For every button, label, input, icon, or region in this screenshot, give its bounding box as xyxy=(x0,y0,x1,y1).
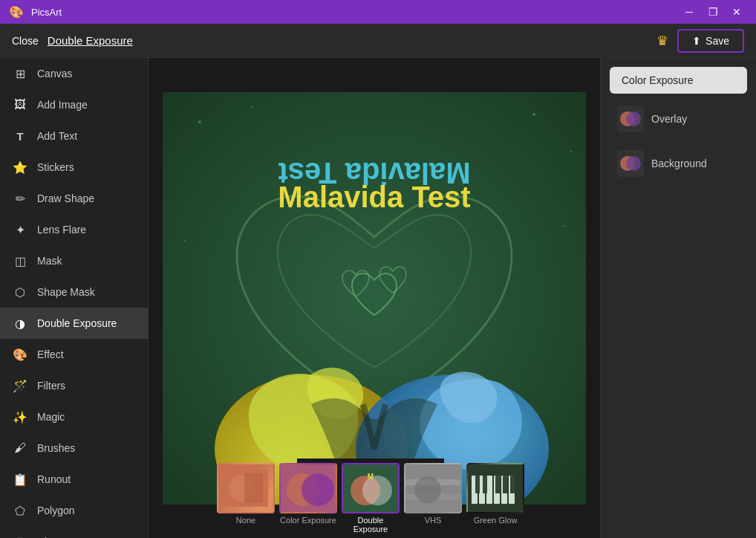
svg-rect-15 xyxy=(244,473,263,503)
strip-label-none: None xyxy=(236,516,255,525)
color-thumb-svg xyxy=(281,464,337,513)
strip-thumb-none xyxy=(217,463,275,513)
sidebar-item-runout[interactable]: 📋 Runout xyxy=(0,464,148,495)
sidebar: ⊞ Canvas 🖼 Add Image T Add Text ⭐ Sticke… xyxy=(0,58,149,538)
brushes-icon: 🖌 xyxy=(12,440,28,456)
canvas-icon: ⊞ xyxy=(12,65,28,82)
crown-icon: ♛ xyxy=(656,33,668,49)
sidebar-item-add-text[interactable]: T Add Text xyxy=(0,120,148,152)
strip-item-green-glow[interactable]: Green Glow xyxy=(466,463,524,534)
sidebar-label-canvas: Canvas xyxy=(37,68,72,80)
sidebar-item-clone[interactable]: ⧉ Clone xyxy=(0,526,148,538)
window-close-button[interactable]: ✕ xyxy=(726,1,747,22)
sidebar-item-brushes[interactable]: 🖌 Brushes xyxy=(0,432,148,464)
header-left: Close Double Exposure xyxy=(12,34,133,47)
save-label: Save xyxy=(706,35,729,47)
panel-option-overlay[interactable]: Overlay xyxy=(610,100,747,138)
overlay-thumb-svg xyxy=(617,106,644,132)
runout-icon: 📋 xyxy=(12,471,28,487)
sidebar-item-magic[interactable]: ✨ Magic xyxy=(0,401,148,432)
sidebar-label-magic: Magic xyxy=(37,411,65,423)
lens-flare-icon: ✦ xyxy=(12,221,28,238)
canvas-area: Malavida Test Malavida Test xyxy=(149,58,600,538)
double-exposure-icon: ◑ xyxy=(12,315,28,331)
svg-point-1 xyxy=(198,120,201,123)
sidebar-label-shape-mask: Shape Mask xyxy=(37,286,95,298)
thumbnail-strip: None Color Exposure xyxy=(297,458,444,538)
svg-rect-40 xyxy=(468,464,524,513)
sidebar-item-double-exposure[interactable]: ◑ Double Exposure xyxy=(0,308,148,339)
svg-point-5 xyxy=(184,239,186,242)
sidebar-item-stickers[interactable]: ⭐ Stickers xyxy=(0,152,148,183)
save-button[interactable]: ⬆ Save xyxy=(677,29,744,53)
titlebar-controls: ─ ❐ ✕ xyxy=(679,1,747,22)
green-thumb-svg xyxy=(468,464,524,513)
background-thumb xyxy=(617,150,644,177)
canvas-container: Malavida Test Malavida Test xyxy=(163,92,586,505)
sidebar-item-draw-shape[interactable]: ✏ Draw Shape xyxy=(0,183,148,214)
svg-point-46 xyxy=(626,156,641,171)
sidebar-item-polygon[interactable]: ⬠ Polygon xyxy=(0,495,148,526)
titlebar: 🎨 PicsArt ─ ❐ ✕ xyxy=(0,0,756,24)
mask-icon: ◫ xyxy=(12,253,28,269)
sidebar-item-mask[interactable]: ◫ Mask xyxy=(0,245,148,276)
strip-item-vhs[interactable]: VHS xyxy=(404,463,462,534)
sidebar-item-shape-mask[interactable]: ⬡ Shape Mask xyxy=(0,276,148,308)
right-panel: Color Exposure Overlay Background xyxy=(600,58,756,538)
sidebar-item-add-image[interactable]: 🖼 Add Image xyxy=(0,89,148,120)
add-text-icon: T xyxy=(12,128,28,144)
minimize-button[interactable]: ─ xyxy=(679,1,700,22)
strip-thumb-color xyxy=(279,463,337,513)
sidebar-label-mask: Mask xyxy=(37,255,62,267)
page-title: Double Exposure xyxy=(48,34,133,47)
sidebar-label-draw-shape: Draw Shape xyxy=(37,192,94,204)
background-thumb-svg xyxy=(617,150,644,177)
strip-thumb-vhs xyxy=(404,463,462,513)
main-layout: ⊞ Canvas 🖼 Add Image T Add Text ⭐ Sticke… xyxy=(0,58,756,538)
app-icon: 🎨 xyxy=(9,5,24,19)
svg-point-4 xyxy=(570,150,573,152)
overlay-thumb xyxy=(617,106,644,132)
panel-option-background[interactable]: Background xyxy=(610,144,747,183)
strip-thumb-double: M xyxy=(342,463,400,513)
shape-mask-icon: ⬡ xyxy=(12,284,28,300)
sidebar-item-filters[interactable]: 🪄 Filters xyxy=(0,370,148,401)
close-button[interactable]: Close xyxy=(12,35,39,47)
magic-icon: ✨ xyxy=(12,409,28,425)
sidebar-label-brushes: Brushes xyxy=(37,442,75,454)
clone-icon: ⧉ xyxy=(12,534,28,538)
strip-item-color-exposure[interactable]: Color Exposure xyxy=(279,463,337,534)
stickers-icon: ⭐ xyxy=(12,159,28,175)
svg-point-6 xyxy=(563,224,565,227)
strip-label-vhs: VHS xyxy=(425,516,442,525)
strip-item-none[interactable]: None xyxy=(217,463,275,534)
svg-point-3 xyxy=(532,113,535,116)
sidebar-label-add-image: Add Image xyxy=(37,99,88,111)
svg-point-2 xyxy=(251,106,253,108)
strip-label-color-exposure: Color Exposure xyxy=(280,516,336,525)
header-right: ♛ ⬆ Save xyxy=(656,29,744,53)
svg-point-19 xyxy=(302,473,334,506)
overlay-label: Overlay xyxy=(651,113,687,125)
titlebar-left: 🎨 PicsArt xyxy=(9,5,62,19)
add-image-icon: 🖼 xyxy=(12,97,28,113)
double-thumb-svg: M xyxy=(343,464,398,512)
svg-text:Malavida Test: Malavida Test xyxy=(278,181,470,213)
maximize-button[interactable]: ❐ xyxy=(703,1,723,22)
svg-text:M: M xyxy=(368,473,374,481)
strip-item-double-exposure[interactable]: M Double Exposure xyxy=(342,463,400,534)
draw-shape-icon: ✏ xyxy=(12,190,28,207)
sidebar-label-filters: Filters xyxy=(37,380,65,392)
background-label: Background xyxy=(651,158,707,169)
filters-icon: 🪄 xyxy=(12,377,28,394)
color-exposure-button[interactable]: Color Exposure xyxy=(610,67,747,94)
sidebar-item-effect[interactable]: 🎨 Effect xyxy=(0,339,148,370)
sidebar-label-lens-flare: Lens Flare xyxy=(37,224,86,236)
polygon-icon: ⬠ xyxy=(12,502,28,519)
header: Close Double Exposure ♛ ⬆ Save xyxy=(0,24,756,58)
share-icon: ⬆ xyxy=(692,35,701,47)
strip-thumb-green xyxy=(466,463,524,513)
sidebar-item-lens-flare[interactable]: ✦ Lens Flare xyxy=(0,214,148,245)
sidebar-item-canvas[interactable]: ⊞ Canvas xyxy=(0,58,148,89)
effect-icon: 🎨 xyxy=(12,346,28,363)
